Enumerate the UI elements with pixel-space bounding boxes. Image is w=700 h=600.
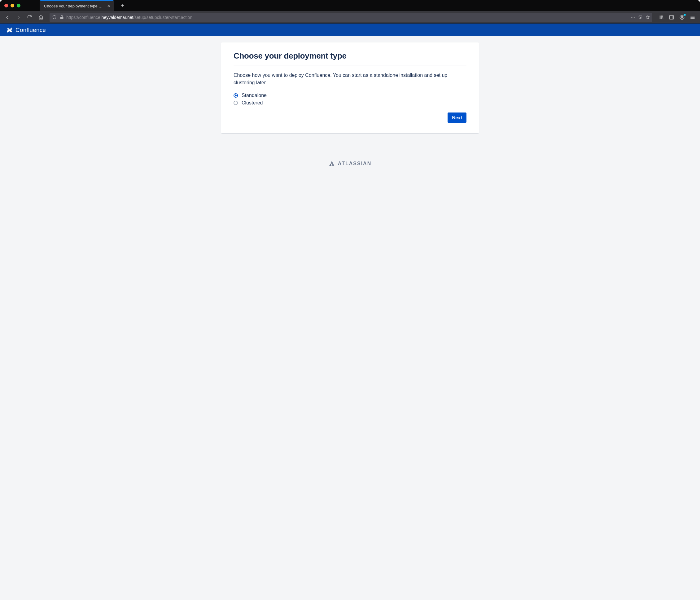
url-scheme-host-prefix: https://confluence. xyxy=(66,15,102,20)
page-viewport: Confluence Choose your deployment type C… xyxy=(0,24,700,600)
next-button[interactable]: Next xyxy=(448,113,467,123)
svg-point-5 xyxy=(681,16,683,18)
account-icon[interactable] xyxy=(677,13,687,22)
forward-button[interactable] xyxy=(14,13,24,22)
window-controls xyxy=(2,4,22,7)
browser-toolbar: https://confluence.heyvaldemar.net/setup… xyxy=(0,11,700,24)
option-clustered-label: Clustered xyxy=(242,100,262,106)
address-bar[interactable]: https://confluence.heyvaldemar.net/setup… xyxy=(50,13,652,22)
actions-row: Next xyxy=(233,113,467,123)
page-actions-icon[interactable] xyxy=(630,15,635,20)
product-name: Confluence xyxy=(16,27,46,33)
home-button[interactable] xyxy=(36,13,46,22)
lock-icon xyxy=(59,15,65,20)
shield-icon xyxy=(51,15,57,20)
svg-point-0 xyxy=(631,17,632,18)
content-wrap: Choose your deployment type Choose how y… xyxy=(0,36,700,152)
page-description: Choose how you want to deploy Confluence… xyxy=(233,72,467,87)
app-menu-icon[interactable] xyxy=(688,13,698,22)
page-title: Choose your deployment type xyxy=(233,51,467,61)
radio-standalone[interactable] xyxy=(233,93,238,98)
option-clustered[interactable]: Clustered xyxy=(233,100,467,106)
new-tab-button[interactable] xyxy=(118,1,127,10)
toolbar-right xyxy=(656,13,698,22)
svg-rect-3 xyxy=(669,16,674,19)
window-close-button[interactable] xyxy=(4,4,8,7)
url-path: /setup/setupcluster-start.action xyxy=(133,15,192,20)
deployment-type-group: Standalone Clustered xyxy=(233,93,467,106)
svg-point-2 xyxy=(634,17,635,18)
url-host-main: heyvaldemar.net xyxy=(102,15,133,20)
tab-strip: Choose your deployment type - Co xyxy=(0,0,700,11)
url-text: https://confluence.heyvaldemar.net/setup… xyxy=(66,15,628,20)
browser-tab[interactable]: Choose your deployment type - Co xyxy=(40,0,114,11)
footer-brand: ATLASSIAN xyxy=(0,161,700,167)
option-standalone[interactable]: Standalone xyxy=(233,93,467,98)
back-button[interactable] xyxy=(2,13,12,22)
setup-card: Choose your deployment type Choose how y… xyxy=(221,43,479,133)
reload-button[interactable] xyxy=(25,13,35,22)
radio-clustered[interactable] xyxy=(233,101,238,105)
bookmark-star-icon[interactable] xyxy=(645,15,650,20)
footer-brand-text: ATLASSIAN xyxy=(338,161,371,166)
sidebar-icon[interactable] xyxy=(667,13,676,22)
confluence-logo-icon xyxy=(6,27,13,33)
account-notification-dot xyxy=(683,14,686,16)
tab-title: Choose your deployment type - Co xyxy=(44,4,103,8)
option-standalone-label: Standalone xyxy=(242,93,267,98)
tab-close-button[interactable] xyxy=(106,4,111,8)
window-minimize-button[interactable] xyxy=(10,4,14,7)
confluence-logo: Confluence xyxy=(6,27,46,33)
window-zoom-button[interactable] xyxy=(17,4,21,7)
app-header: Confluence xyxy=(0,24,700,36)
library-icon[interactable] xyxy=(656,13,666,22)
pocket-icon[interactable] xyxy=(638,15,643,20)
svg-point-1 xyxy=(632,17,633,18)
atlassian-logo-icon xyxy=(329,161,335,167)
browser-window: Choose your deployment type - Co xyxy=(0,0,700,600)
